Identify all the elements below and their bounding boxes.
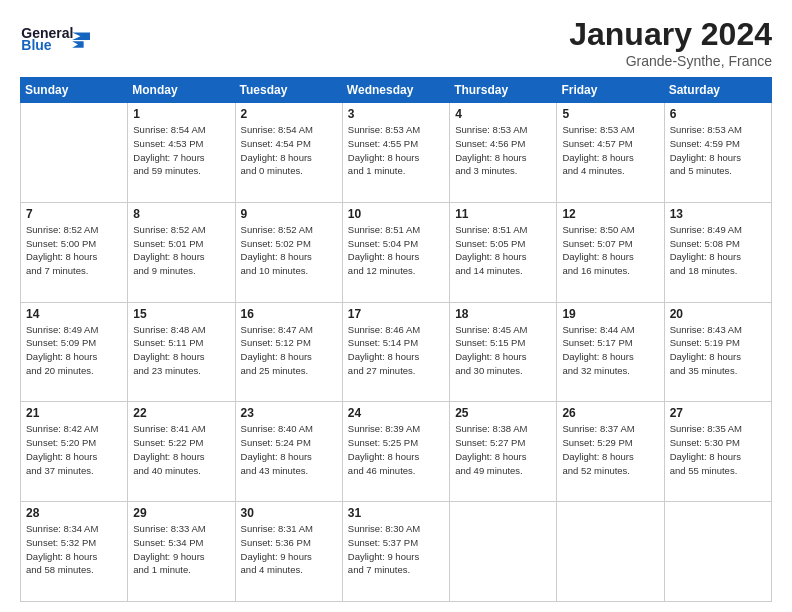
day-info: Sunrise: 8:38 AM Sunset: 5:27 PM Dayligh… bbox=[455, 422, 551, 477]
table-row: 4Sunrise: 8:53 AM Sunset: 4:56 PM Daylig… bbox=[450, 103, 557, 203]
day-number: 13 bbox=[670, 207, 766, 221]
day-number: 27 bbox=[670, 406, 766, 420]
table-row: 30Sunrise: 8:31 AM Sunset: 5:36 PM Dayli… bbox=[235, 502, 342, 602]
day-number: 11 bbox=[455, 207, 551, 221]
day-number: 3 bbox=[348, 107, 444, 121]
table-row: 11Sunrise: 8:51 AM Sunset: 5:05 PM Dayli… bbox=[450, 202, 557, 302]
day-info: Sunrise: 8:47 AM Sunset: 5:12 PM Dayligh… bbox=[241, 323, 337, 378]
day-number: 2 bbox=[241, 107, 337, 121]
day-info: Sunrise: 8:52 AM Sunset: 5:02 PM Dayligh… bbox=[241, 223, 337, 278]
day-number: 15 bbox=[133, 307, 229, 321]
header-monday: Monday bbox=[128, 78, 235, 103]
day-number: 21 bbox=[26, 406, 122, 420]
table-row: 21Sunrise: 8:42 AM Sunset: 5:20 PM Dayli… bbox=[21, 402, 128, 502]
calendar-table: Sunday Monday Tuesday Wednesday Thursday… bbox=[20, 77, 772, 602]
table-row: 26Sunrise: 8:37 AM Sunset: 5:29 PM Dayli… bbox=[557, 402, 664, 502]
table-row: 18Sunrise: 8:45 AM Sunset: 5:15 PM Dayli… bbox=[450, 302, 557, 402]
day-number: 1 bbox=[133, 107, 229, 121]
page-subtitle: Grande-Synthe, France bbox=[569, 53, 772, 69]
table-row: 10Sunrise: 8:51 AM Sunset: 5:04 PM Dayli… bbox=[342, 202, 449, 302]
day-number: 12 bbox=[562, 207, 658, 221]
table-row: 23Sunrise: 8:40 AM Sunset: 5:24 PM Dayli… bbox=[235, 402, 342, 502]
table-row: 9Sunrise: 8:52 AM Sunset: 5:02 PM Daylig… bbox=[235, 202, 342, 302]
table-row: 2Sunrise: 8:54 AM Sunset: 4:54 PM Daylig… bbox=[235, 103, 342, 203]
logo: General Blue bbox=[20, 16, 90, 61]
calendar-week-row: 14Sunrise: 8:49 AM Sunset: 5:09 PM Dayli… bbox=[21, 302, 772, 402]
day-number: 22 bbox=[133, 406, 229, 420]
header-friday: Friday bbox=[557, 78, 664, 103]
day-number: 10 bbox=[348, 207, 444, 221]
day-number: 4 bbox=[455, 107, 551, 121]
day-info: Sunrise: 8:33 AM Sunset: 5:34 PM Dayligh… bbox=[133, 522, 229, 577]
svg-marker-2 bbox=[72, 32, 90, 40]
header-tuesday: Tuesday bbox=[235, 78, 342, 103]
day-info: Sunrise: 8:31 AM Sunset: 5:36 PM Dayligh… bbox=[241, 522, 337, 577]
day-number: 9 bbox=[241, 207, 337, 221]
table-row: 5Sunrise: 8:53 AM Sunset: 4:57 PM Daylig… bbox=[557, 103, 664, 203]
calendar-week-row: 1Sunrise: 8:54 AM Sunset: 4:53 PM Daylig… bbox=[21, 103, 772, 203]
day-number: 5 bbox=[562, 107, 658, 121]
svg-marker-3 bbox=[72, 41, 83, 47]
title-block: January 2024 Grande-Synthe, France bbox=[569, 16, 772, 69]
table-row: 1Sunrise: 8:54 AM Sunset: 4:53 PM Daylig… bbox=[128, 103, 235, 203]
day-number: 31 bbox=[348, 506, 444, 520]
table-row: 13Sunrise: 8:49 AM Sunset: 5:08 PM Dayli… bbox=[664, 202, 771, 302]
table-row: 31Sunrise: 8:30 AM Sunset: 5:37 PM Dayli… bbox=[342, 502, 449, 602]
header-wednesday: Wednesday bbox=[342, 78, 449, 103]
day-number: 8 bbox=[133, 207, 229, 221]
header-saturday: Saturday bbox=[664, 78, 771, 103]
page-title: January 2024 bbox=[569, 16, 772, 53]
table-row bbox=[21, 103, 128, 203]
day-info: Sunrise: 8:52 AM Sunset: 5:00 PM Dayligh… bbox=[26, 223, 122, 278]
day-info: Sunrise: 8:51 AM Sunset: 5:05 PM Dayligh… bbox=[455, 223, 551, 278]
table-row: 3Sunrise: 8:53 AM Sunset: 4:55 PM Daylig… bbox=[342, 103, 449, 203]
calendar-week-row: 21Sunrise: 8:42 AM Sunset: 5:20 PM Dayli… bbox=[21, 402, 772, 502]
table-row: 17Sunrise: 8:46 AM Sunset: 5:14 PM Dayli… bbox=[342, 302, 449, 402]
day-info: Sunrise: 8:54 AM Sunset: 4:54 PM Dayligh… bbox=[241, 123, 337, 178]
logo-svg: General Blue bbox=[20, 16, 90, 61]
day-number: 16 bbox=[241, 307, 337, 321]
day-number: 17 bbox=[348, 307, 444, 321]
day-number: 7 bbox=[26, 207, 122, 221]
calendar-header-row: Sunday Monday Tuesday Wednesday Thursday… bbox=[21, 78, 772, 103]
table-row: 28Sunrise: 8:34 AM Sunset: 5:32 PM Dayli… bbox=[21, 502, 128, 602]
header: General Blue January 2024 Grande-Synthe,… bbox=[20, 16, 772, 69]
table-row: 8Sunrise: 8:52 AM Sunset: 5:01 PM Daylig… bbox=[128, 202, 235, 302]
day-info: Sunrise: 8:53 AM Sunset: 4:55 PM Dayligh… bbox=[348, 123, 444, 178]
day-info: Sunrise: 8:46 AM Sunset: 5:14 PM Dayligh… bbox=[348, 323, 444, 378]
day-info: Sunrise: 8:49 AM Sunset: 5:08 PM Dayligh… bbox=[670, 223, 766, 278]
day-info: Sunrise: 8:39 AM Sunset: 5:25 PM Dayligh… bbox=[348, 422, 444, 477]
day-number: 18 bbox=[455, 307, 551, 321]
table-row: 16Sunrise: 8:47 AM Sunset: 5:12 PM Dayli… bbox=[235, 302, 342, 402]
day-number: 25 bbox=[455, 406, 551, 420]
table-row: 14Sunrise: 8:49 AM Sunset: 5:09 PM Dayli… bbox=[21, 302, 128, 402]
table-row: 19Sunrise: 8:44 AM Sunset: 5:17 PM Dayli… bbox=[557, 302, 664, 402]
table-row bbox=[664, 502, 771, 602]
day-info: Sunrise: 8:45 AM Sunset: 5:15 PM Dayligh… bbox=[455, 323, 551, 378]
table-row: 20Sunrise: 8:43 AM Sunset: 5:19 PM Dayli… bbox=[664, 302, 771, 402]
day-info: Sunrise: 8:53 AM Sunset: 4:59 PM Dayligh… bbox=[670, 123, 766, 178]
day-info: Sunrise: 8:34 AM Sunset: 5:32 PM Dayligh… bbox=[26, 522, 122, 577]
day-info: Sunrise: 8:37 AM Sunset: 5:29 PM Dayligh… bbox=[562, 422, 658, 477]
day-number: 6 bbox=[670, 107, 766, 121]
table-row: 6Sunrise: 8:53 AM Sunset: 4:59 PM Daylig… bbox=[664, 103, 771, 203]
page: General Blue January 2024 Grande-Synthe,… bbox=[0, 0, 792, 612]
day-info: Sunrise: 8:53 AM Sunset: 4:56 PM Dayligh… bbox=[455, 123, 551, 178]
day-info: Sunrise: 8:50 AM Sunset: 5:07 PM Dayligh… bbox=[562, 223, 658, 278]
day-number: 26 bbox=[562, 406, 658, 420]
day-info: Sunrise: 8:52 AM Sunset: 5:01 PM Dayligh… bbox=[133, 223, 229, 278]
day-info: Sunrise: 8:48 AM Sunset: 5:11 PM Dayligh… bbox=[133, 323, 229, 378]
day-number: 23 bbox=[241, 406, 337, 420]
day-number: 14 bbox=[26, 307, 122, 321]
table-row: 22Sunrise: 8:41 AM Sunset: 5:22 PM Dayli… bbox=[128, 402, 235, 502]
header-thursday: Thursday bbox=[450, 78, 557, 103]
day-info: Sunrise: 8:44 AM Sunset: 5:17 PM Dayligh… bbox=[562, 323, 658, 378]
table-row: 24Sunrise: 8:39 AM Sunset: 5:25 PM Dayli… bbox=[342, 402, 449, 502]
svg-text:Blue: Blue bbox=[21, 37, 52, 53]
day-number: 30 bbox=[241, 506, 337, 520]
calendar-week-row: 28Sunrise: 8:34 AM Sunset: 5:32 PM Dayli… bbox=[21, 502, 772, 602]
day-info: Sunrise: 8:30 AM Sunset: 5:37 PM Dayligh… bbox=[348, 522, 444, 577]
day-info: Sunrise: 8:53 AM Sunset: 4:57 PM Dayligh… bbox=[562, 123, 658, 178]
day-info: Sunrise: 8:54 AM Sunset: 4:53 PM Dayligh… bbox=[133, 123, 229, 178]
day-number: 29 bbox=[133, 506, 229, 520]
